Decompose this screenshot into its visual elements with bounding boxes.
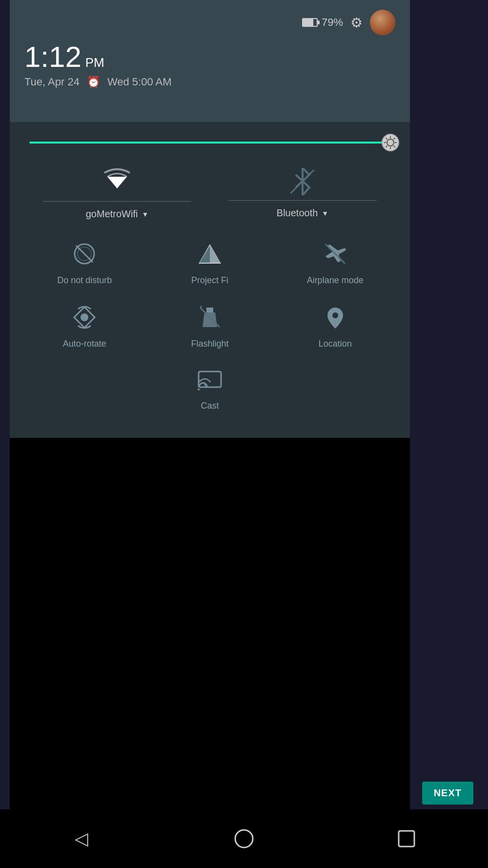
bt-dropdown-arrow[interactable]: ▼ <box>322 209 328 217</box>
battery-indicator: 79% <box>302 16 343 29</box>
left-strip <box>0 0 10 868</box>
auto-rotate-toggle[interactable]: Auto-rotate <box>24 298 145 356</box>
wifi-label: goMetroWifi <box>86 208 138 220</box>
svg-marker-19 <box>203 312 217 327</box>
svg-point-0 <box>387 139 394 146</box>
wifi-toggle[interactable]: goMetroWifi ▼ <box>24 168 210 220</box>
do-not-disturb-toggle[interactable]: Do not disturb <box>24 234 145 293</box>
auto-rotate-label: Auto-rotate <box>63 339 106 349</box>
project-fi-icon <box>198 242 222 269</box>
airplane-mode-toggle[interactable]: Airplane mode <box>275 234 395 293</box>
project-fi-label: Project Fi <box>191 275 228 286</box>
svg-line-16 <box>325 244 345 264</box>
bluetooth-label: Bluetooth <box>277 207 318 219</box>
airplane-mode-label: Airplane mode <box>307 275 364 286</box>
svg-marker-9 <box>107 177 127 188</box>
battery-percentage: 79% <box>322 16 343 29</box>
home-button[interactable] <box>229 824 259 853</box>
next-button[interactable]: NEXT <box>422 782 473 805</box>
svg-line-21 <box>201 306 202 307</box>
location-toggle[interactable]: Location <box>275 298 395 356</box>
airplane-mode-icon <box>323 242 347 269</box>
time-display: 1:12 PM <box>24 42 395 72</box>
quick-settings-panel: goMetroWifi ▼ Bluetooth ▼ <box>10 122 410 438</box>
svg-rect-26 <box>399 831 414 847</box>
alarm-time: Wed 5:00 AM <box>107 76 172 88</box>
back-button[interactable]: ◁ <box>67 824 96 853</box>
do-not-disturb-icon <box>72 242 97 269</box>
time-ampm: PM <box>85 55 104 70</box>
battery-icon <box>302 18 318 27</box>
svg-rect-18 <box>206 308 213 312</box>
alarm-icon: ⏰ <box>87 76 100 88</box>
navigation-bar: ◁ <box>0 809 488 868</box>
wifi-dropdown-arrow[interactable]: ▼ <box>142 210 148 218</box>
right-strip <box>410 0 488 868</box>
location-label: Location <box>319 339 352 349</box>
brightness-thumb[interactable] <box>382 134 399 151</box>
svg-line-5 <box>386 138 387 140</box>
flashlight-label: Flashlight <box>191 339 228 349</box>
bt-label-row: Bluetooth ▼ <box>277 207 328 219</box>
wifi-label-row: goMetroWifi ▼ <box>86 208 149 220</box>
sun-icon <box>383 135 398 150</box>
svg-line-6 <box>394 146 395 147</box>
bluetooth-icon <box>291 168 314 195</box>
do-not-disturb-label: Do not disturb <box>57 275 112 286</box>
bt-divider <box>228 200 377 201</box>
status-bar: 79% ⚙ 1:12 PM Tue, Apr 24 ⏰ Wed 5:00 AM <box>10 0 410 122</box>
svg-line-7 <box>394 138 395 140</box>
avatar[interactable] <box>370 10 395 35</box>
svg-point-17 <box>81 313 88 321</box>
bluetooth-toggle[interactable]: Bluetooth ▼ <box>210 168 395 220</box>
time-value: 1:12 <box>24 42 81 72</box>
flashlight-icon <box>198 305 222 333</box>
auto-rotate-icon <box>72 305 97 333</box>
settings-icon[interactable]: ⚙ <box>350 15 363 31</box>
svg-line-8 <box>386 146 387 147</box>
cast-icon <box>198 369 222 395</box>
brightness-track[interactable] <box>29 142 390 144</box>
cast-row[interactable]: Cast <box>24 361 395 418</box>
cast-label: Cast <box>201 401 219 411</box>
location-icon <box>323 305 347 333</box>
svg-point-25 <box>235 830 253 847</box>
svg-point-22 <box>332 312 338 318</box>
quick-grid: Do not disturb Project Fi Airplane mo <box>24 234 395 356</box>
date-alarm-row: Tue, Apr 24 ⏰ Wed 5:00 AM <box>24 76 395 88</box>
svg-line-11 <box>76 246 93 262</box>
wifi-icon <box>103 168 131 196</box>
avatar-image <box>370 10 395 35</box>
brightness-row <box>24 137 395 148</box>
wifi-divider <box>43 201 191 202</box>
flashlight-toggle[interactable]: Flashlight <box>150 298 270 356</box>
project-fi-toggle[interactable]: Project Fi <box>150 234 270 293</box>
date-text: Tue, Apr 24 <box>24 76 80 88</box>
quick-toggles-top: goMetroWifi ▼ Bluetooth ▼ <box>24 168 395 220</box>
recents-button[interactable] <box>392 824 421 853</box>
